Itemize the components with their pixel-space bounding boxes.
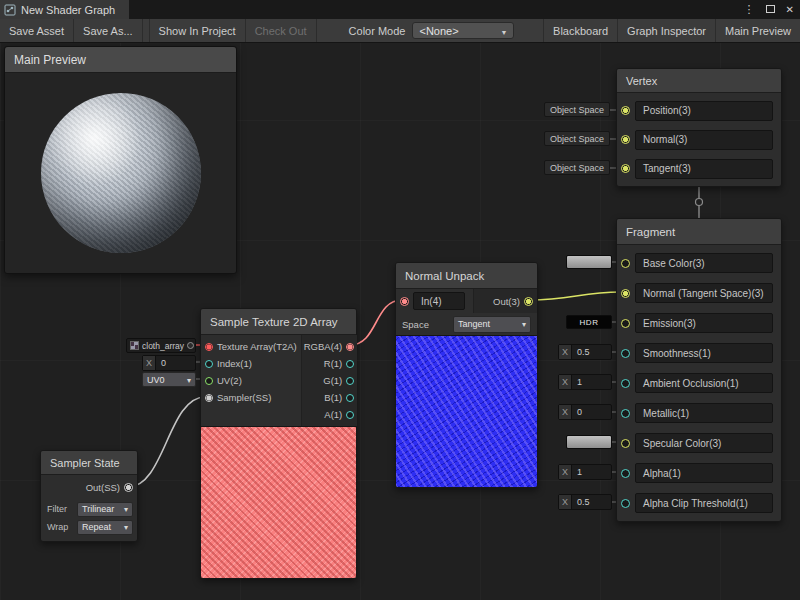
maximize-icon[interactable] (766, 0, 775, 19)
vertex-row-normal: Normal(3) (617, 125, 781, 154)
graph-inspector-button[interactable]: Graph Inspector (617, 19, 715, 42)
fragment-row-normal: Normal (Tangent Space)(3) (617, 278, 781, 308)
dropdown-arrow-icon (124, 522, 128, 532)
dropdown-arrow-icon (187, 375, 191, 385)
a-port[interactable] (346, 411, 354, 419)
save-asset-button[interactable]: Save Asset (0, 19, 74, 42)
wire-out-to-normal[interactable] (530, 292, 621, 300)
window-menu-icon[interactable] (744, 0, 755, 19)
vertex-node-title[interactable]: Vertex (617, 69, 781, 93)
main-preview-body (5, 73, 236, 273)
alpha-clip-field[interactable]: X 0.5 (558, 494, 612, 510)
base-color-swatch[interactable] (566, 255, 612, 269)
r-port[interactable] (346, 360, 354, 368)
sample-texture-node-title[interactable]: Sample Texture 2D Array (201, 309, 356, 335)
alpha-port[interactable] (621, 469, 630, 478)
normal-space-dropdown[interactable]: Object Space (544, 131, 610, 146)
fragment-row-alpha-clip: Alpha Clip Threshold(1) (617, 488, 781, 518)
normal-unpack-node[interactable]: Normal Unpack In(4) Out(3) Space Tangent (395, 262, 538, 488)
alpha-clip-value: 0.5 (572, 495, 595, 509)
wire-sampler-state[interactable] (128, 397, 205, 487)
texture-array-object-field[interactable]: cloth_array (126, 338, 196, 353)
filter-dropdown[interactable]: Trilinear (77, 502, 133, 517)
fragment-node-title[interactable]: Fragment (617, 219, 781, 245)
in-port[interactable] (400, 297, 409, 306)
wrap-value: Repeat (82, 522, 111, 532)
uv-port[interactable] (205, 377, 213, 385)
graph-canvas[interactable]: Main Preview Vertex Position(3) Normal(3… (0, 0, 800, 600)
save-as-button[interactable]: Save As... (74, 19, 143, 42)
b-port[interactable] (346, 394, 354, 402)
metallic-field[interactable]: X 0 (558, 404, 612, 420)
ambient-occlusion-port[interactable] (621, 379, 630, 388)
main-preview-button[interactable]: Main Preview (715, 19, 800, 42)
emission-port[interactable] (621, 319, 630, 328)
out-port[interactable] (524, 297, 533, 306)
toolbar: Save Asset Save As... Show In Project Ch… (0, 19, 800, 43)
position-space-dropdown[interactable]: Object Space (544, 102, 610, 117)
b-label: B(1) (324, 392, 342, 403)
index-field[interactable]: X 0 (142, 355, 196, 371)
wrap-label: Wrap (47, 522, 68, 532)
metallic-value: 0 (572, 405, 587, 419)
alpha-clip-label: Alpha Clip Threshold(1) (643, 498, 748, 509)
texture-array-port[interactable] (205, 343, 213, 351)
fragment-row-metallic: Metallic(1) (617, 398, 781, 428)
normal-tangent-port[interactable] (621, 289, 630, 298)
sample-texture-2d-array-node[interactable]: Sample Texture 2D Array Texture Array(T2… (200, 308, 357, 579)
blackboard-button[interactable]: Blackboard (543, 19, 617, 42)
main-preview-header[interactable]: Main Preview (5, 47, 236, 73)
index-port[interactable] (205, 360, 213, 368)
wrap-dropdown[interactable]: Repeat (77, 520, 133, 535)
emission-hdr-swatch[interactable]: HDR (566, 315, 612, 329)
specular-color-port[interactable] (621, 439, 630, 448)
metallic-port[interactable] (621, 409, 630, 418)
normal-port[interactable] (621, 135, 630, 144)
out-label: Out(3) (493, 296, 520, 307)
rgba-label: RGBA(4) (304, 341, 343, 352)
color-mode-dropdown[interactable]: <None> (412, 22, 514, 39)
position-slot: Position(3) (635, 101, 773, 121)
alpha-axis: X (559, 465, 572, 479)
show-in-project-button[interactable]: Show In Project (150, 19, 246, 42)
close-icon[interactable] (786, 0, 794, 19)
specular-color-label: Specular Color(3) (643, 438, 721, 449)
sampler-state-node-title[interactable]: Sampler State (41, 451, 137, 475)
smoothness-field[interactable]: X 0.5 (558, 344, 612, 360)
tangent-port[interactable] (621, 164, 630, 173)
base-color-port[interactable] (621, 259, 630, 268)
smoothness-label: Smoothness(1) (643, 348, 711, 359)
sampler-state-output: Out(SS) (41, 475, 137, 500)
normal-unpack-preview (396, 335, 537, 487)
alpha-field[interactable]: X 1 (558, 464, 612, 480)
object-picker-icon[interactable] (187, 342, 194, 349)
alpha-clip-port[interactable] (621, 499, 630, 508)
main-preview-panel[interactable]: Main Preview (4, 46, 237, 274)
rgba-port[interactable] (346, 343, 354, 351)
vertex-fragment-link-icon (696, 199, 703, 206)
normal-slot: Normal(3) (635, 130, 773, 150)
texture-array-field-value: cloth_array (142, 341, 184, 351)
out-ss-label: Out(SS) (86, 482, 120, 493)
specular-color-swatch[interactable] (566, 435, 612, 449)
uv-channel-dropdown[interactable]: UV0 (142, 372, 196, 387)
ambient-occlusion-field[interactable]: X 1 (558, 374, 612, 390)
tangent-space-dropdown[interactable]: Object Space (544, 160, 610, 175)
window-tab[interactable]: New Shader Graph (0, 0, 129, 19)
sampler-port[interactable] (205, 394, 213, 402)
g-port[interactable] (346, 377, 354, 385)
space-dropdown[interactable]: Tangent (453, 316, 531, 333)
normal-tangent-label: Normal (Tangent Space)(3) (643, 288, 764, 299)
alpha-label: Alpha(1) (643, 468, 681, 479)
fragment-row-ambient-occlusion: Ambient Occlusion(1) (617, 368, 781, 398)
vertex-node[interactable]: Vertex Position(3) Normal(3) Tangent(3) (616, 68, 782, 187)
fragment-node[interactable]: Fragment Base Color(3) Normal (Tangent S… (616, 218, 782, 522)
sampler-state-node[interactable]: Sampler State Out(SS) Filter Trilinear W… (40, 450, 138, 542)
position-port[interactable] (621, 106, 630, 115)
hdr-badge: HDR (580, 318, 599, 327)
smoothness-port[interactable] (621, 349, 630, 358)
out-ss-port[interactable] (124, 483, 133, 492)
normal-unpack-node-title[interactable]: Normal Unpack (396, 263, 537, 289)
filter-row: Filter Trilinear (41, 500, 137, 518)
input-uv: UV(2) (201, 372, 301, 389)
